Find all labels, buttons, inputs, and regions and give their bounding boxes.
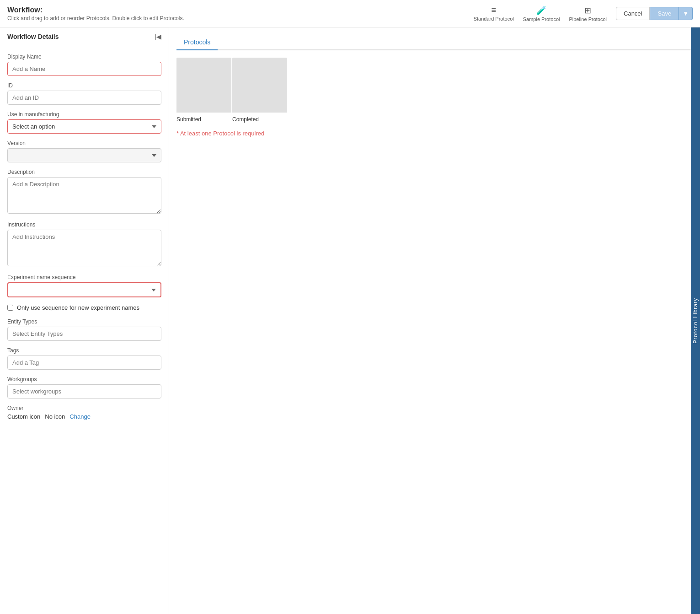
manufacturing-label: Use in manufacturing (7, 111, 161, 118)
tags-label: Tags (7, 347, 161, 354)
display-name-input[interactable] (7, 62, 161, 76)
manufacturing-group: Use in manufacturing Select an option Ye… (7, 111, 161, 134)
description-textarea[interactable] (7, 177, 161, 214)
owner-row: Custom icon No icon Change (7, 413, 161, 420)
sequence-group: Experiment name sequence (7, 274, 161, 297)
sample-protocol-icon: 🧪 (536, 5, 546, 16)
workgroups-label: Workgroups (7, 376, 161, 382)
entity-types-label: Entity Types (7, 318, 161, 325)
instructions-textarea[interactable] (7, 230, 161, 266)
page-title: Workflow: (7, 6, 184, 14)
sequence-checkbox-label: Only use sequence for new experiment nam… (17, 304, 139, 312)
header-tools: ≡ Standard Protocol 🧪 Sample Protocol ⊞ … (474, 5, 607, 22)
chart-label-completed: Completed (232, 116, 287, 123)
chart-label-submitted: Submitted (176, 116, 231, 123)
tags-input[interactable] (7, 355, 161, 370)
right-panel: Protocols Submitted Completed * At least… (169, 27, 700, 614)
header: Workflow: Click and drag to add or reord… (0, 0, 700, 27)
sequence-checkbox-row: Only use sequence for new experiment nam… (7, 304, 161, 312)
version-group: Version (7, 140, 161, 162)
instructions-label: Instructions (7, 221, 161, 228)
left-panel: Workflow Details |◀ Display Name ID Use … (0, 27, 169, 614)
header-actions: Cancel Save ▼ (616, 7, 693, 20)
owner-label: Owner (7, 405, 161, 411)
main-layout: Workflow Details |◀ Display Name ID Use … (0, 27, 700, 614)
standard-protocol-tool[interactable]: ≡ Standard Protocol (474, 5, 514, 22)
standard-protocol-label: Standard Protocol (474, 16, 514, 22)
protocol-error-message: * At least one Protocol is required (176, 130, 693, 137)
workgroups-input[interactable] (7, 384, 161, 399)
pipeline-protocol-icon: ⊞ (584, 5, 591, 16)
page-subtitle: Click and drag to add or reorder Protoco… (7, 15, 184, 22)
owner-group: Owner Custom icon No icon Change (7, 405, 161, 420)
tags-group: Tags (7, 347, 161, 370)
sample-protocol-tool[interactable]: 🧪 Sample Protocol (523, 5, 560, 22)
sample-protocol-label: Sample Protocol (523, 16, 560, 22)
manufacturing-select[interactable]: Select an option Yes No (7, 119, 161, 134)
form-body: Display Name ID Use in manufacturing Sel… (0, 46, 169, 434)
chart-bar-submitted (176, 58, 231, 113)
description-label: Description (7, 169, 161, 175)
change-link[interactable]: Change (69, 413, 91, 420)
protocol-library-label: Protocol Library (692, 298, 699, 344)
entity-types-input[interactable] (7, 327, 161, 341)
no-icon-label: No icon (45, 413, 65, 420)
custom-icon-label: Custom icon (7, 413, 40, 420)
collapse-button[interactable]: |◀ (155, 33, 161, 40)
save-button[interactable]: Save (650, 7, 679, 20)
pipeline-protocol-label: Pipeline Protocol (569, 16, 607, 22)
workgroups-group: Workgroups (7, 376, 161, 399)
tabs: Protocols (176, 35, 693, 50)
standard-protocol-icon: ≡ (491, 5, 496, 15)
cancel-button[interactable]: Cancel (616, 7, 650, 20)
display-name-label: Display Name (7, 54, 161, 60)
version-select[interactable] (7, 148, 161, 162)
chart-bar-completed (232, 58, 287, 113)
version-label: Version (7, 140, 161, 146)
pipeline-protocol-tool[interactable]: ⊞ Pipeline Protocol (569, 5, 607, 22)
sequence-label: Experiment name sequence (7, 274, 161, 280)
header-title-block: Workflow: Click and drag to add or reord… (7, 6, 184, 22)
panel-title: Workflow Details (7, 33, 59, 40)
description-group: Description (7, 169, 161, 215)
chart-labels: Submitted Completed (176, 116, 693, 123)
instructions-group: Instructions (7, 221, 161, 268)
protocol-chart (176, 58, 693, 113)
sequence-checkbox[interactable] (7, 305, 13, 311)
tab-protocols[interactable]: Protocols (176, 35, 218, 50)
sequence-select[interactable] (7, 282, 161, 297)
id-input[interactable] (7, 91, 161, 105)
id-group: ID (7, 82, 161, 105)
protocol-library-sidebar[interactable]: Protocol Library (691, 27, 700, 614)
panel-header: Workflow Details |◀ (0, 27, 169, 46)
id-label: ID (7, 82, 161, 89)
display-name-group: Display Name (7, 54, 161, 76)
protocols-area: Submitted Completed (176, 58, 693, 123)
entity-types-group: Entity Types (7, 318, 161, 341)
save-dropdown-button[interactable]: ▼ (679, 7, 693, 20)
